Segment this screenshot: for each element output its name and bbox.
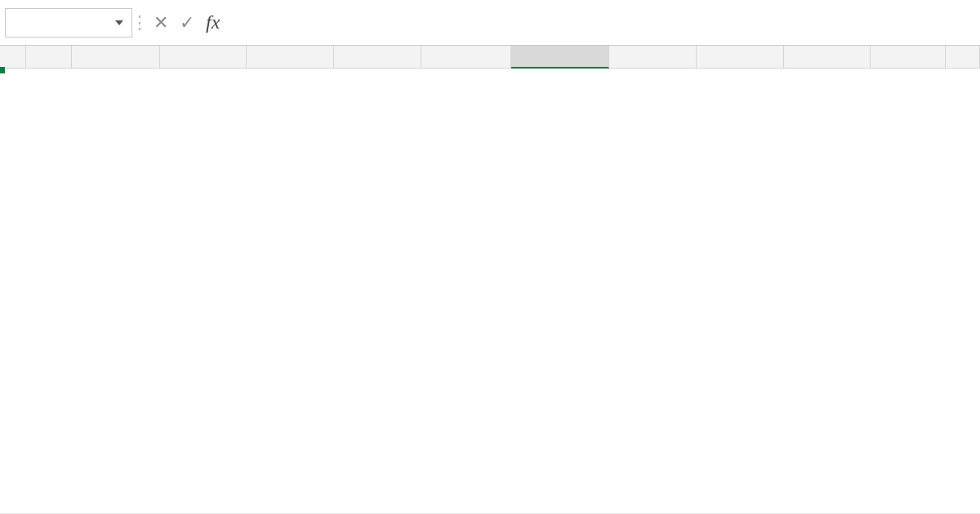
- col-header[interactable]: [871, 46, 946, 69]
- chevron-down-icon[interactable]: [115, 20, 123, 25]
- formula-bar-actions: ✕ ✓ fx: [142, 0, 231, 45]
- selection-outline: [0, 69, 3, 72]
- col-header[interactable]: [697, 46, 784, 69]
- col-header[interactable]: [609, 46, 697, 69]
- excel-window: ⋮ ✕ ✓ fx: [0, 0, 980, 514]
- col-header[interactable]: [160, 46, 247, 69]
- col-header[interactable]: [421, 46, 512, 69]
- fx-icon[interactable]: fx: [206, 11, 220, 33]
- col-header[interactable]: [946, 46, 980, 69]
- col-header[interactable]: [784, 46, 871, 69]
- select-all-corner[interactable]: [0, 46, 26, 69]
- col-header[interactable]: [334, 46, 421, 69]
- enter-icon[interactable]: ✓: [180, 12, 194, 33]
- col-header[interactable]: [26, 46, 72, 69]
- formula-input[interactable]: [231, 0, 980, 45]
- column-headers: [26, 46, 980, 69]
- col-header[interactable]: [247, 46, 334, 69]
- name-box[interactable]: [5, 8, 132, 38]
- col-header[interactable]: [72, 46, 160, 69]
- col-header[interactable]: [511, 46, 609, 69]
- formula-bar: ⋮ ✕ ✓ fx: [0, 0, 980, 46]
- cancel-icon[interactable]: ✕: [154, 12, 168, 33]
- worksheet[interactable]: [0, 46, 980, 513]
